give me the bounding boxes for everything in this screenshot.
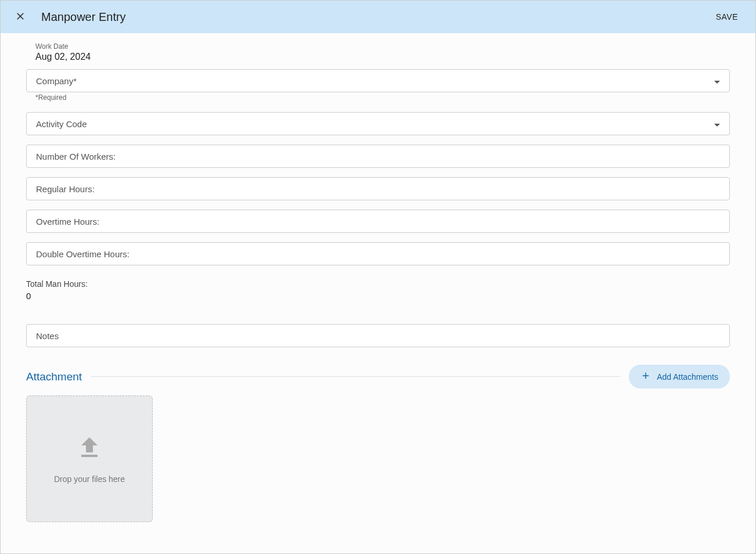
modal-header: Manpower Entry SAVE: [1, 1, 755, 33]
close-icon: [15, 10, 26, 24]
regular-hours-input[interactable]: Regular Hours:: [26, 177, 730, 200]
total-man-hours-label: Total Man Hours:: [26, 279, 730, 289]
workers-input[interactable]: Number Of Workers:: [26, 145, 730, 168]
upload-icon: [75, 434, 103, 474]
plus-icon: [640, 370, 651, 383]
company-select[interactable]: Company*: [26, 69, 730, 92]
company-helper-text: *Required: [35, 93, 730, 102]
work-date-value: Aug 02, 2024: [35, 52, 730, 62]
work-date-label: Work Date: [35, 42, 730, 51]
modal-title: Manpower Entry: [41, 10, 126, 24]
regular-hours-label: Regular Hours:: [36, 184, 95, 194]
double-overtime-label: Double Overtime Hours:: [36, 249, 129, 259]
close-button[interactable]: [11, 7, 30, 27]
chevron-down-icon: [714, 118, 720, 129]
attachment-section-header: Attachment Add Attachments: [26, 365, 730, 388]
divider: [91, 376, 620, 377]
chevron-down-icon: [714, 75, 720, 86]
double-overtime-input[interactable]: Double Overtime Hours:: [26, 242, 730, 265]
dropzone-text: Drop your files here: [54, 474, 125, 484]
company-select-label: Company*: [36, 76, 77, 86]
overtime-hours-label: Overtime Hours:: [36, 217, 99, 226]
file-dropzone[interactable]: Drop your files here: [26, 395, 153, 522]
notes-input[interactable]: Notes: [26, 324, 730, 347]
notes-label: Notes: [36, 331, 59, 341]
activity-code-select[interactable]: Activity Code: [26, 112, 730, 135]
attachment-title: Attachment: [26, 370, 82, 383]
activity-code-label: Activity Code: [36, 119, 87, 129]
overtime-hours-input[interactable]: Overtime Hours:: [26, 210, 730, 233]
save-button[interactable]: SAVE: [709, 8, 745, 26]
modal-content: Work Date Aug 02, 2024 Company* *Require…: [1, 33, 755, 553]
total-man-hours-value: 0: [26, 291, 730, 301]
workers-label: Number Of Workers:: [36, 152, 116, 161]
add-attachments-label: Add Attachments: [657, 372, 718, 382]
add-attachments-button[interactable]: Add Attachments: [629, 365, 730, 388]
